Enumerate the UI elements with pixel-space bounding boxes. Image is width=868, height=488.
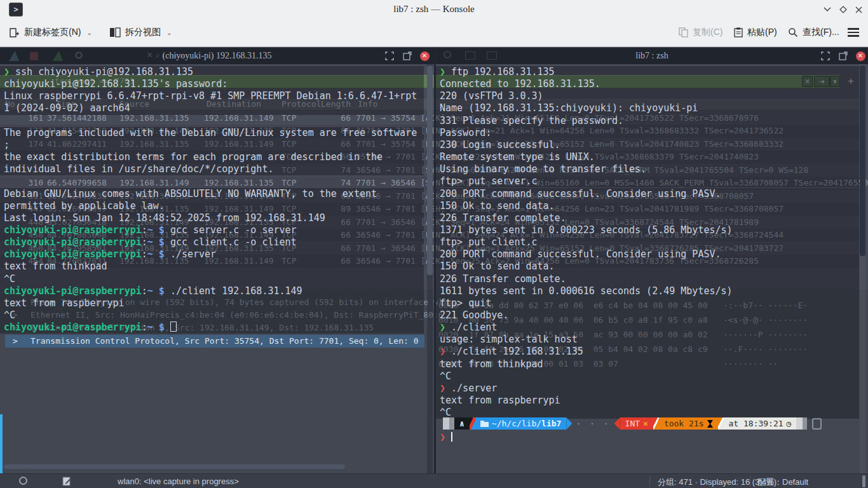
prompt-time-segment: at 18:39:21 ◷	[724, 417, 797, 430]
powerlevel10k-prompt-bar: ∧ ~/h/c/lib/lib7 · · · INT × took 21s at…	[443, 417, 822, 430]
capture-comment-icon[interactable]	[62, 477, 72, 486]
terminal-line: 150 Ok to send data.	[436, 200, 859, 212]
copy-button[interactable]: 复制(C)	[679, 23, 722, 42]
terminal-line: the exact distribution terms for each pr…	[0, 151, 424, 163]
expand-pane-icon[interactable]	[384, 51, 395, 61]
segment-separator-icon	[718, 417, 724, 430]
terminal-line: chiyoyuki-pi@raspberrypi:~ $	[0, 322, 424, 334]
statusbar-separator	[750, 476, 750, 487]
terminal-line: chiyoyuki-pi@raspberrypi:~ $ ./client 19…	[0, 285, 424, 297]
statusbar-separator	[649, 476, 650, 487]
terminal-line: ❯ ./client 192.168.31.135	[436, 346, 859, 358]
expand-pane-icon[interactable]	[820, 51, 831, 61]
chevron-right-icon: >	[13, 336, 18, 346]
missing-glyph-box	[812, 418, 822, 430]
terminal-cursor	[451, 432, 452, 442]
terminal-line: chiyoyuki-pi@raspberrypi:~ $ gcc server.…	[0, 224, 424, 236]
terminal-line: 221 Goodbye.	[436, 309, 859, 322]
scrollbar-right[interactable]	[860, 64, 865, 473]
pane-splitter[interactable]	[434, 48, 436, 473]
segment-separator-icon	[653, 417, 659, 430]
close-window-button[interactable]	[853, 4, 864, 15]
segment-arrow-icon	[614, 417, 620, 430]
scrollbar-left[interactable]	[427, 64, 433, 473]
detail-row-selected: >Transmission Control Protocol, Src Port…	[5, 335, 424, 348]
close-pane-button[interactable]: ✕	[419, 51, 430, 61]
scrollbar-thumb[interactable]	[427, 65, 433, 275]
terminal-prompt-line: ❯	[436, 431, 859, 444]
capture-status-text: wlan0: <live capture in progress>	[118, 477, 239, 486]
menu-button[interactable]	[848, 23, 859, 42]
terminal-line: ^C	[436, 370, 859, 383]
hourglass-icon	[707, 420, 713, 428]
terminal-line: ;	[0, 139, 424, 151]
pane-title-right: lib7 : zsh	[635, 51, 668, 61]
wireshark-options-gear-icon	[75, 51, 83, 59]
paste-label: 粘贴(P)	[747, 27, 777, 38]
terminal-line: ❯ ./client	[436, 322, 859, 334]
chevron-down-icon: ⌄	[166, 29, 172, 36]
terminal-line: chiyoyuki-pi@raspberrypi:~ $ gcc client.…	[0, 236, 424, 248]
detach-pane-icon[interactable]	[402, 51, 412, 61]
terminal-line: 226 Transfer complete.	[436, 273, 859, 285]
prompt-status-segment: INT ×	[620, 417, 653, 430]
find-button[interactable]: 查找(F)...	[788, 23, 839, 42]
paste-icon	[734, 27, 743, 37]
terminal-line: Connected to 192.168.31.135.	[436, 78, 859, 90]
terminal-line: 220 (vsFTPd 3.0.3)	[436, 90, 859, 102]
terminal-line: text from thinkpad	[0, 261, 424, 273]
segment-separator-icon	[470, 417, 475, 430]
terminal-line: permitted by applicable law.	[0, 200, 424, 212]
pane-header-right[interactable]: lib7 : zsh ✕	[436, 48, 868, 64]
close-icon: ✕	[420, 51, 430, 61]
terminal-line: chiyoyuki-pi@192.168.31.135's password:	[0, 78, 424, 90]
window-titlebar[interactable]: > lib7 : zsh — Konsole	[0, 0, 868, 18]
wireshark-zoom-icon	[444, 51, 451, 58]
chevron-down-icon: ⌄	[86, 29, 92, 36]
terminal-line: ❯ ./server	[436, 383, 859, 395]
terminal-line	[0, 115, 424, 127]
scrollbar-thumb[interactable]	[860, 65, 865, 256]
terminal-line: individual files in /usr/share/doc/*/cop…	[0, 163, 424, 175]
wireshark-layout-icon	[487, 51, 497, 60]
terminal-line: text from raspberrypi	[0, 297, 424, 309]
scrollbar-end-piece	[862, 475, 865, 487]
terminal-line: ftp> put client.c	[436, 236, 859, 248]
segment-arrow-icon	[566, 417, 572, 430]
wireshark-start-capture-icon	[9, 51, 19, 61]
split-view-icon	[109, 27, 121, 37]
pane-header-left[interactable]: ✕ ⌕ ‹ › « » (chiyoyuki-pi) 192.168.31.13…	[0, 48, 434, 64]
maximize-button[interactable]	[837, 4, 849, 15]
folder-icon	[480, 420, 489, 427]
detach-pane-icon[interactable]	[838, 51, 848, 61]
wireshark-stop-capture-icon	[30, 52, 38, 60]
expert-info-icon[interactable]	[19, 477, 27, 485]
terminal-line: ❯ ftp 192.168.31.135	[436, 66, 859, 78]
new-tab-icon	[9, 27, 20, 38]
terminal-line	[0, 175, 424, 187]
terminal-line: 1371 bytes sent in 0.000223 seconds (5.8…	[436, 224, 859, 236]
terminal-cursor	[170, 322, 177, 332]
terminal-line: ^C	[0, 273, 424, 285]
split-view-label: 拆分视图	[125, 27, 161, 38]
prompt-path-segment: ~/h/c/lib/lib7	[475, 417, 567, 430]
toolbar: 新建标签页(N) ⌄ 拆分视图 ⌄ 复制(C) 粘贴(P) 查找(F)...	[0, 18, 868, 47]
wireshark-statusbar: wlan0: <live capture in progress> 分组: 47…	[0, 473, 868, 488]
workspace: tcp.port == 7701 ✕ ➔ ▾ + No. Time Source…	[0, 48, 868, 473]
terminal-line: 200 PORT command successful. Consider us…	[436, 248, 859, 261]
close-icon: ✕	[856, 51, 865, 61]
prompt-cap-icon	[443, 417, 449, 430]
paste-button[interactable]: 粘贴(P)	[734, 23, 777, 42]
minimize-button[interactable]	[822, 4, 833, 15]
clock-icon: ◷	[787, 419, 792, 428]
horizontal-scrollbar[interactable]	[4, 464, 345, 469]
terminal-line: Last login: Sun Jan 12 18:48:52 2025 fro…	[0, 212, 424, 224]
terminal-line: chiyoyuki-pi@raspberrypi:~ $ ./server	[0, 248, 424, 261]
new-tab-button[interactable]: 新建标签页(N) ⌄	[9, 23, 92, 42]
terminal-line: The programs included with the Debian GN…	[0, 127, 424, 139]
prompt-updir-segment: ∧	[454, 417, 470, 430]
prompt-duration-segment: took 21s	[659, 417, 718, 430]
split-view-button[interactable]: 拆分视图 ⌄	[109, 23, 172, 42]
terminal-line: Linux raspberrypi 6.6.47+rpt-rpi-v8 #1 S…	[0, 90, 424, 102]
close-pane-button[interactable]: ✕	[855, 51, 865, 61]
